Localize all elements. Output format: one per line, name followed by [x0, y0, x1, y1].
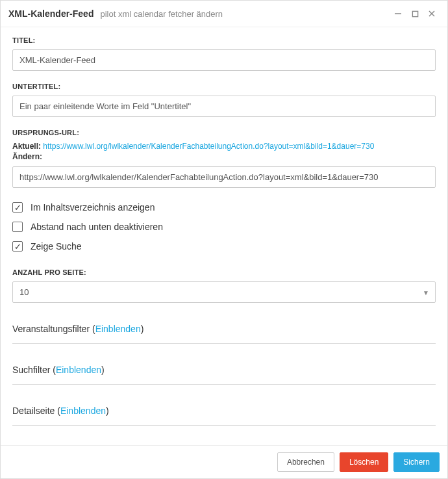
checkbox-label: Zeige Suche — [31, 241, 82, 252]
url-current-line: Aktuell: https://www.lwl.org/lwlkalender… — [12, 142, 436, 151]
titlebar: XML-Kalender-Feed pilot xml calendar fet… — [1, 1, 447, 27]
close-icon[interactable] — [424, 6, 440, 21]
url-edit-input[interactable] — [12, 166, 436, 188]
section-veranstaltungsfilter: Veranstaltungsfilter (Einblenden) — [12, 324, 436, 344]
maximize-icon[interactable] — [407, 6, 423, 21]
checkbox-label: Abstand nach unten deaktivieren — [31, 222, 163, 232]
minimize-icon[interactable] — [390, 6, 406, 21]
label-untertitel: UNTERTITEL: — [12, 83, 436, 90]
url-current-link[interactable]: https://www.lwl.org/lwlkalender/Kalender… — [43, 142, 374, 151]
section-prefix: Veranstaltungsfilter ( — [12, 324, 95, 334]
section-suchfilter: Suchfilter (Einblenden) — [12, 365, 436, 385]
section-prefix: Suchfilter ( — [12, 365, 56, 375]
section-suffix: ) — [101, 365, 105, 375]
einblenden-link[interactable]: Einblenden — [56, 365, 101, 375]
window-title: XML-Kalender-Feed — [8, 8, 93, 19]
scrollable-content[interactable]: TITEL: UNTERTITEL: URSPRUNGS-URL: Aktuel… — [1, 27, 447, 445]
anzahl-pro-seite-select[interactable]: ▼ — [12, 281, 436, 303]
select-value[interactable] — [12, 281, 436, 303]
section-detailseite: Detailseite (Einblenden) — [12, 406, 436, 426]
window-subtitle: pilot xml calendar fetcher ändern — [100, 9, 223, 19]
checkbox-inhaltsverzeichnis[interactable]: Im Inhaltsverzeichnis anzeigen — [12, 202, 436, 213]
checkbox-icon — [12, 241, 23, 252]
save-button[interactable]: Sichern — [393, 452, 440, 472]
content-area: TITEL: UNTERTITEL: URSPRUNGS-URL: Aktuel… — [1, 27, 447, 445]
checkbox-icon — [12, 222, 23, 232]
label-aendern: Ändern: — [12, 152, 42, 161]
untertitel-input[interactable] — [12, 96, 436, 117]
section-prefix: Detailseite ( — [12, 406, 60, 416]
dialog-window: XML-Kalender-Feed pilot xml calendar fet… — [0, 0, 448, 479]
checkbox-abstand[interactable]: Abstand nach unten deaktivieren — [12, 222, 436, 232]
section-suffix: ) — [106, 406, 109, 416]
einblenden-link[interactable]: Einblenden — [95, 324, 141, 334]
einblenden-link[interactable]: Einblenden — [60, 406, 106, 416]
label-ursprungs-url: URSPRUNGS-URL: — [12, 129, 436, 136]
label-titel: TITEL: — [12, 36, 436, 44]
delete-button[interactable]: Löschen — [340, 452, 388, 472]
footer: Abbrechen Löschen Sichern — [1, 445, 447, 478]
svg-rect-1 — [412, 11, 417, 16]
cancel-button[interactable]: Abbrechen — [277, 452, 334, 472]
url-aendern-line: Ändern: — [12, 152, 436, 161]
checkbox-label: Im Inhaltsverzeichnis anzeigen — [31, 202, 155, 213]
label-aktuell: Aktuell: — [12, 142, 41, 151]
checkbox-suche[interactable]: Zeige Suche — [12, 241, 436, 252]
titel-input[interactable] — [12, 49, 436, 71]
label-anzahl-pro-seite: ANZAHL PRO SEITE: — [12, 268, 436, 276]
checkbox-icon — [12, 202, 23, 213]
url-block: Aktuell: https://www.lwl.org/lwlkalender… — [12, 142, 436, 161]
section-suffix: ) — [141, 324, 144, 334]
